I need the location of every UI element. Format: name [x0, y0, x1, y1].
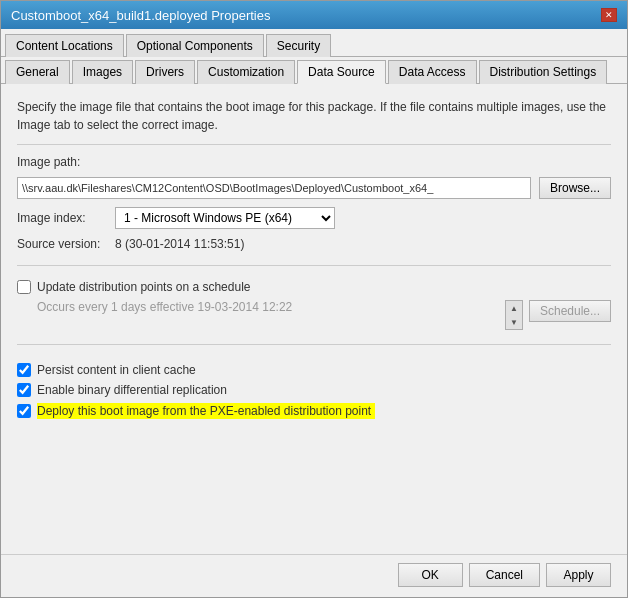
separator-1: [17, 265, 611, 266]
form-section: Image path: Browse... Image index: 1 - M…: [17, 155, 611, 251]
checkbox-row-pxe: Deploy this boot image from the PXE-enab…: [17, 403, 611, 419]
tab-customization[interactable]: Customization: [197, 60, 295, 84]
tab-row-1: Content Locations Optional Components Se…: [1, 29, 627, 57]
properties-window: Customboot_x64_build1.deployed Propertie…: [0, 0, 628, 598]
tab-drivers[interactable]: Drivers: [135, 60, 195, 84]
tab-distribution-settings[interactable]: Distribution Settings: [479, 60, 608, 84]
image-path-input[interactable]: [17, 177, 531, 199]
schedule-info-row: Occurs every 1 days effective 19-03-2014…: [17, 300, 611, 330]
binary-diff-label[interactable]: Enable binary differential replication: [37, 383, 227, 397]
tab-data-access[interactable]: Data Access: [388, 60, 477, 84]
close-icon: ✕: [605, 10, 613, 20]
image-path-row: Image path:: [17, 155, 611, 169]
binary-diff-checkbox[interactable]: [17, 383, 31, 397]
image-index-row: Image index: 1 - Microsoft Windows PE (x…: [17, 207, 611, 229]
schedule-checkbox[interactable]: [17, 280, 31, 294]
scroll-up-button[interactable]: ▲: [506, 301, 522, 315]
tab-data-source[interactable]: Data Source: [297, 60, 386, 84]
schedule-label[interactable]: Update distribution points on a schedule: [37, 280, 250, 294]
checkboxes-section: Persist content in client cache Enable b…: [17, 363, 611, 419]
cancel-button[interactable]: Cancel: [469, 563, 540, 587]
scroll-down-button[interactable]: ▼: [506, 315, 522, 329]
schedule-checkbox-row: Update distribution points on a schedule: [17, 280, 611, 294]
tab-optional-components[interactable]: Optional Components: [126, 34, 264, 57]
title-bar-buttons: ✕: [601, 8, 617, 22]
schedule-button[interactable]: Schedule...: [529, 300, 611, 322]
image-index-label: Image index:: [17, 211, 107, 225]
bottom-buttons: OK Cancel Apply: [1, 554, 627, 597]
pxe-checkbox[interactable]: [17, 404, 31, 418]
schedule-scroll-arrows: ▲ ▼: [505, 300, 523, 330]
persist-cache-checkbox[interactable]: [17, 363, 31, 377]
pxe-label[interactable]: Deploy this boot image from the PXE-enab…: [37, 404, 371, 418]
schedule-section: Update distribution points on a schedule…: [17, 280, 611, 330]
tab-security[interactable]: Security: [266, 34, 331, 57]
image-path-label: Image path:: [17, 155, 107, 169]
window-title: Customboot_x64_build1.deployed Propertie…: [11, 8, 270, 23]
separator-2: [17, 344, 611, 345]
apply-button[interactable]: Apply: [546, 563, 611, 587]
schedule-occurs-text: Occurs every 1 days effective 19-03-2014…: [37, 300, 499, 314]
source-version-row: Source version: 8 (30-01-2014 11:53:51): [17, 237, 611, 251]
checkbox-row-persist: Persist content in client cache: [17, 363, 611, 377]
source-version-label: Source version:: [17, 237, 107, 251]
main-content: Specify the image file that contains the…: [1, 84, 627, 554]
checkbox-row-binary-diff: Enable binary differential replication: [17, 383, 611, 397]
tab-images[interactable]: Images: [72, 60, 133, 84]
description-text: Specify the image file that contains the…: [17, 98, 611, 145]
pxe-highlight: Deploy this boot image from the PXE-enab…: [37, 403, 375, 419]
tab-content-locations[interactable]: Content Locations: [5, 34, 124, 57]
image-index-select[interactable]: 1 - Microsoft Windows PE (x64): [115, 207, 335, 229]
source-version-value: 8 (30-01-2014 11:53:51): [115, 237, 244, 251]
ok-button[interactable]: OK: [398, 563, 463, 587]
tab-general[interactable]: General: [5, 60, 70, 84]
browse-button[interactable]: Browse...: [539, 177, 611, 199]
close-button[interactable]: ✕: [601, 8, 617, 22]
persist-cache-label[interactable]: Persist content in client cache: [37, 363, 196, 377]
tab-row-2: General Images Drivers Customization Dat…: [1, 57, 627, 84]
title-bar: Customboot_x64_build1.deployed Propertie…: [1, 1, 627, 29]
image-path-input-row: Browse...: [17, 177, 611, 199]
